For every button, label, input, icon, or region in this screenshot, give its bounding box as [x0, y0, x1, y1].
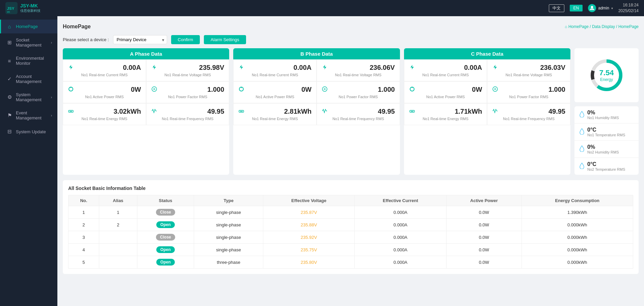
phase-a-metrics: 0.00A No1 Real-time Current RMS 235.98V …	[63, 59, 229, 125]
env-temp2-label: No2 Temperature RMS	[587, 167, 625, 171]
table-title: All Socket Basic Information Table	[68, 186, 633, 191]
lang-en-button[interactable]: EN	[570, 5, 583, 11]
energy-icon-c	[409, 108, 415, 115]
metric-b-current: 0.00A No1 Real-time Current RMS	[233, 59, 317, 81]
confirm-button[interactable]: Confirm	[171, 35, 200, 44]
sidebar-item-system[interactable]: ⚙ System Management ›	[0, 88, 57, 106]
voltage-value: 235.80V	[301, 260, 317, 265]
env-row-humidity1: 0% No1 Humidity RMS	[574, 106, 639, 123]
table-row: 3 Close single-phase 235.92V 0.000A 0.0W…	[69, 231, 633, 244]
logo-icon: JSY MK	[5, 2, 18, 14]
page-header: HomePage ⌂ HomePage / Data Display / Hom…	[63, 20, 639, 32]
metric-c-pf-label: No1 Power Factor RMS	[492, 95, 565, 99]
cell-no: 3	[69, 231, 99, 244]
metric-c-power-label: No1 Active Power RMS	[409, 95, 482, 99]
metric-b-freq-value: 49.95	[330, 108, 395, 115]
sidebar-label-homepage: HomePage	[16, 24, 38, 29]
cell-alias	[99, 244, 137, 256]
metric-a-current: 0.00A No1 Real-time Current RMS	[63, 59, 146, 81]
cell-type: single-phase	[194, 244, 263, 256]
metric-b-voltage: 236.06V No1 Real-time Voltage RMS	[317, 59, 400, 81]
metric-c-energy-label: No1 Real-time Energy RMS	[409, 117, 482, 121]
col-voltage: Effective Voltage	[263, 195, 354, 206]
metric-c-current-value: 0.00A	[418, 64, 482, 72]
phase-b-card: B Phase Data 0.00A No1 Real-time Current…	[233, 48, 400, 175]
freq-icon-a	[151, 108, 157, 115]
svg-marker-20	[410, 65, 414, 69]
update-icon: ⊟	[6, 129, 12, 135]
user-area[interactable]: admin ▾	[588, 4, 613, 12]
user-icon	[589, 5, 595, 11]
temp1-icon	[579, 128, 585, 136]
env-row-temp2: 0°C No2 Temperature RMS	[574, 158, 639, 175]
metric-c-freq-label: No1 Real-time Frequency RMS	[492, 117, 565, 121]
metric-c-freq: 49.95 No1 Real-time Frequency RMS	[487, 103, 570, 125]
cell-current: 0.000A	[354, 231, 446, 244]
freq-icon-b	[322, 108, 328, 115]
date: 2025/02/14	[618, 8, 639, 14]
col-type: Type	[194, 195, 263, 206]
chevron-icon2: ›	[51, 95, 52, 99]
cell-type: three-phase	[194, 256, 263, 269]
cell-type: single-phase	[194, 219, 263, 231]
svg-text:MK: MK	[7, 11, 10, 13]
phase-b-metrics: 0.00A No1 Real-time Current RMS 236.06V …	[233, 59, 400, 125]
username: admin	[598, 6, 609, 10]
metric-a-energy: 3.02kWh No1 Real-time Energy RMS	[63, 103, 146, 125]
topbar: JSY MK JSY-MK 佳思创新科技 中文 EN admin ▾ 16:18…	[0, 0, 644, 16]
metric-b-pf-label: No1 Power Factor RMS	[322, 95, 395, 99]
phase-c-card: C Phase Data 0.00A No1 Real-time Current…	[404, 48, 570, 175]
donut-chart: 7.54 Energy	[588, 57, 625, 94]
voltage-value: 235.75V	[301, 247, 317, 252]
power-icon-a	[68, 86, 74, 93]
chevron-down-icon: ▾	[611, 6, 613, 10]
lang-zh-button[interactable]: 中文	[549, 4, 564, 12]
sidebar-item-env[interactable]: ≡ Environmental Monitor	[0, 52, 57, 70]
cell-power: 0.0W	[447, 231, 521, 244]
status-badge: Open	[156, 259, 175, 266]
device-select-wrapper[interactable]: Primary Device	[113, 35, 167, 44]
cell-energy: 0.000kWh	[521, 244, 633, 256]
metric-b-freq-label: No1 Real-time Frequency RMS	[322, 117, 395, 121]
metric-b-energy: 2.81kWh No1 Real-time Energy RMS	[233, 103, 317, 125]
sidebar-item-update[interactable]: ⊟ System Update	[0, 124, 57, 139]
avatar	[588, 4, 596, 12]
metric-b-current-label: No1 Real-time Current RMS	[238, 73, 312, 77]
env-row-humidity2: 0% No2 Humidity RMS	[574, 141, 639, 158]
logo-subtext: 佳思创新科技	[20, 8, 41, 13]
col-no: No.	[69, 195, 99, 206]
table-row: 2 2 Open single-phase 235.88V 0.000A 0.0…	[69, 219, 633, 231]
metric-c-freq-value: 49.95	[501, 108, 565, 115]
env-humidity1-left: 0% No1 Humidity RMS	[579, 110, 619, 120]
cell-alias	[99, 256, 137, 269]
alarm-settings-button[interactable]: Alarm Settings	[204, 35, 246, 44]
sidebar-label-account: Account Management	[16, 74, 52, 84]
cell-voltage: 235.80V	[263, 256, 354, 269]
chevron-icon: ›	[51, 41, 52, 45]
cell-current: 0.000A	[354, 244, 446, 256]
svg-point-3	[591, 6, 593, 8]
table-row: 1 1 Close single-phase 235.87V 0.000A 0.…	[69, 206, 633, 219]
sidebar-item-homepage[interactable]: ⌂ HomePage	[0, 20, 57, 33]
svg-text:JSY: JSY	[7, 6, 15, 10]
device-select[interactable]: Primary Device	[113, 35, 167, 44]
phase-section: A Phase Data 0.00A No1 Real-time Current…	[63, 48, 639, 175]
sidebar-item-account[interactable]: ✓ Account Management	[0, 70, 57, 88]
phase-a-card: A Phase Data 0.00A No1 Real-time Current…	[63, 48, 229, 175]
cell-voltage: 235.87V	[263, 206, 354, 219]
metric-c-pf: 1.000 No1 Power Factor RMS	[487, 81, 570, 103]
table-body: 1 1 Close single-phase 235.87V 0.000A 0.…	[69, 206, 633, 269]
phase-a-title: A Phase Data	[63, 48, 229, 59]
cell-current: 0.000A	[354, 256, 446, 269]
breadcrumb: ⌂ HomePage / Data Display / HomePage	[565, 24, 639, 29]
cell-no: 1	[69, 206, 99, 219]
sidebar-item-socket[interactable]: ⊞ Socket Management ›	[0, 33, 57, 52]
time: 16:18:24	[618, 2, 639, 8]
metric-c-energy-value: 1.71kWh	[418, 108, 482, 115]
cell-energy: 0.000kWh	[521, 231, 633, 244]
voltage-icon-b	[322, 64, 328, 72]
sidebar-item-event[interactable]: ⚑ Event Management ›	[0, 106, 57, 124]
metric-c-voltage-label: No1 Real-time Voltage RMS	[492, 73, 565, 77]
metric-a-freq-label: No1 Real-time Frequency RMS	[151, 117, 224, 121]
phase-c-metrics: 0.00A No1 Real-time Current RMS 236.03V …	[404, 59, 570, 125]
